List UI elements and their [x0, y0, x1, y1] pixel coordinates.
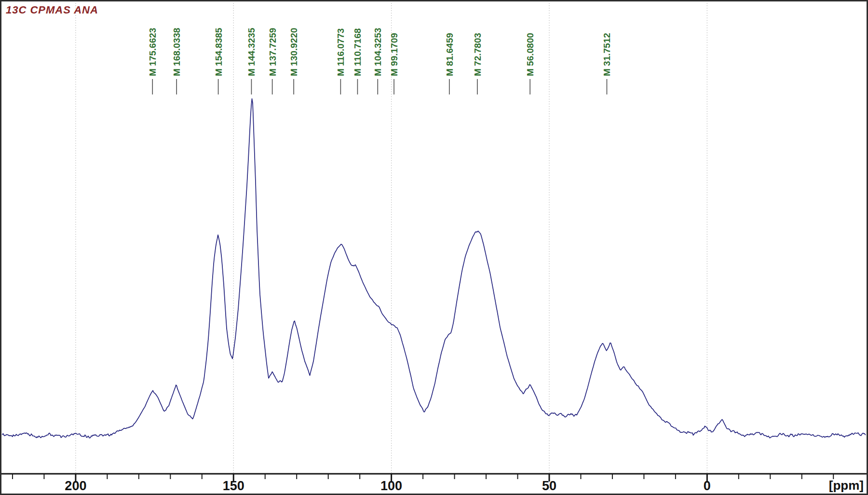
x-axis-tick-label-50: 50 [542, 479, 556, 493]
spectrum-curve [2, 99, 866, 438]
peak-label: M 168.0338 [172, 28, 182, 76]
peak-label: M 137.7259 [268, 28, 278, 76]
peak-label: M 104.3253 [373, 28, 383, 76]
peak-label: M 175.6623 [148, 28, 158, 76]
peak-label: M 72.7803 [473, 33, 483, 76]
peak-label: M 130.9220 [289, 28, 299, 76]
spectrum-title: 13C CPMAS ANA [6, 4, 98, 16]
x-axis-tick-label-100: 100 [380, 479, 402, 493]
spectrum-plot: 200150100500[ppm]M 175.6623M 168.0338M 1… [0, 0, 868, 495]
x-axis-tick-label-200: 200 [65, 479, 86, 493]
x-axis-tick-label-0: 0 [704, 479, 711, 493]
peak-label: M 116.0773 [336, 28, 346, 76]
nmr-spectrum-figure: 200150100500[ppm]M 175.6623M 168.0338M 1… [0, 0, 868, 495]
peak-label: M 56.0800 [525, 33, 535, 76]
peak-label: M 81.6459 [445, 33, 455, 76]
peak-label: M 99.1709 [389, 33, 399, 76]
peak-label: M 144.3235 [246, 27, 257, 76]
peak-label: M 154.8385 [214, 27, 224, 76]
peak-label: M 110.7168 [353, 28, 363, 76]
x-axis-tick-label-150: 150 [223, 479, 244, 493]
peak-label: M 31.7512 [602, 33, 612, 76]
x-axis-unit-label: [ppm] [829, 478, 864, 493]
